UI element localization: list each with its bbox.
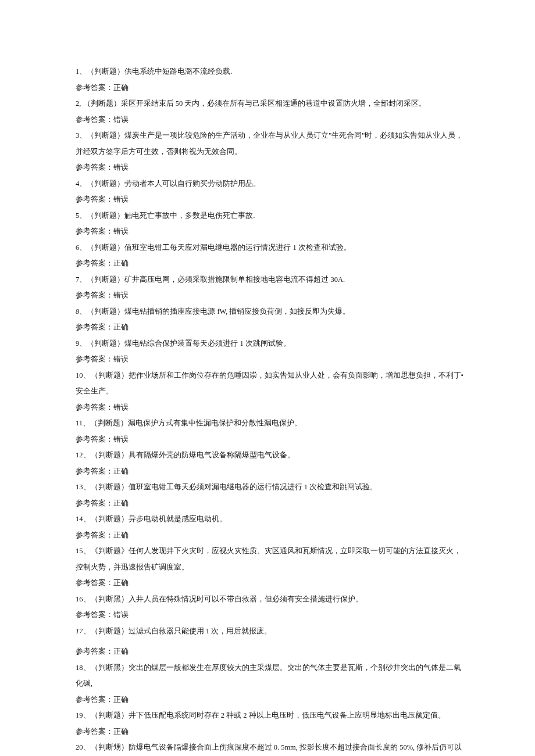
answer-prefix: 参考答案： bbox=[76, 696, 113, 704]
question-number: 14、 bbox=[76, 515, 91, 523]
question-type-label: （判断题） bbox=[87, 243, 124, 252]
question-item: 1、（判断题）供电系统中短路电潞不流经负载. bbox=[76, 64, 468, 80]
answer-line: 参考答案：正确 bbox=[76, 575, 468, 592]
answer-line: 参考答案：错误 bbox=[76, 160, 468, 176]
answer-prefix: 参考答案： bbox=[76, 728, 113, 736]
question-text: 突出的煤层一般都发生在厚度较大的主采煤层。突出的气体主要是瓦斯，个别砂井突出的气… bbox=[76, 664, 461, 688]
question-item: 19、（判断题）井下低压配电系统同时存在 2 种或 2 种以上电压时，低压电气设… bbox=[76, 708, 468, 724]
question-number: 9、 bbox=[76, 339, 87, 347]
answer-line: 参考答案：正确 bbox=[76, 464, 468, 480]
question-text: 矿井高压电网，必须采取措施限制单相接地电容电流不得超过 30A. bbox=[124, 275, 345, 284]
question-text: 任何人发现井下火灾时，应视火灾性质、灾区通风和瓦斯情况，立即采取一切可能的方法直… bbox=[129, 547, 461, 555]
answer-line: 参考答案：错误 bbox=[76, 400, 468, 416]
question-type-label: （判断题） bbox=[91, 371, 129, 379]
answer-prefix: 参考答案： bbox=[76, 291, 113, 299]
question-type-label: （判断题） bbox=[91, 451, 129, 459]
question-item: 15、《判断题》任何人发现井下火灾时，应视火灾性质、灾区通风和瓦斯情况，立即采取… bbox=[76, 543, 468, 560]
answer-prefix: 参考答案： bbox=[76, 227, 113, 235]
answer-value: 正确 bbox=[113, 84, 129, 92]
question-number: 4、 bbox=[76, 180, 87, 188]
answer-line: 参考答案：错误 bbox=[76, 288, 468, 304]
answer-prefix: 参考答案： bbox=[76, 259, 113, 267]
answer-line: 参考答案：错误 bbox=[76, 224, 468, 240]
question-text: 防爆电气设备隔爆接合面上伤痕深度不超过 0. 5mm, 投影长度不超过接合面长度… bbox=[76, 743, 462, 756]
question-text: 煤电钻插销的插座应接电源 fW, 插销应接负荷侧，如接反即为失爆。 bbox=[124, 307, 350, 316]
question-type-label: （判断题） bbox=[87, 212, 124, 220]
question-number: 19、 bbox=[76, 711, 91, 719]
answer-value: 错误 bbox=[113, 435, 129, 443]
answer-line: 参考答案：正确 bbox=[76, 644, 468, 660]
answer-value: 正确 bbox=[113, 467, 129, 475]
answer-value: 错误 bbox=[113, 291, 129, 299]
question-text-continued: 控制火势，并迅速报告矿调度室。 bbox=[76, 560, 468, 576]
answer-value: 错误 bbox=[113, 355, 129, 363]
question-number: 20、 bbox=[76, 743, 91, 751]
question-number: 15、 bbox=[76, 547, 91, 555]
question-type-label: 《判断题》 bbox=[91, 547, 129, 555]
question-number: 1、 bbox=[76, 67, 87, 76]
question-item: 4、（判断题）劳动者本人可以自行购买劳动防护用品。 bbox=[76, 176, 468, 192]
question-type-label: （判断题） bbox=[83, 99, 121, 108]
answer-value: 正确 bbox=[113, 259, 129, 267]
question-number: 11、 bbox=[76, 419, 90, 427]
question-text: 触电死亡事故中，多数是电伤死亡事故. bbox=[124, 212, 255, 220]
answer-value: 正确 bbox=[113, 728, 129, 736]
question-item: 3、（判断题）煤炭生产是一项比较危险的生产活动，企业在与从业人员订立"生死合同"… bbox=[76, 128, 468, 160]
question-number: 18、 bbox=[76, 664, 91, 672]
question-text: 入井人员在特殊情况时可以不带自救器，但必须有安全措施进行保护。 bbox=[129, 595, 363, 603]
answer-value: 正确 bbox=[113, 531, 129, 539]
answer-prefix: 参考答案： bbox=[76, 579, 113, 587]
question-text: 煤炭生产是一项比较危险的生产活动，企业在与从业人员订立"生死合同"时，必须如实告… bbox=[76, 131, 463, 156]
answer-line: 参考答案：错误 bbox=[76, 112, 468, 128]
question-text: 把作业场所和工作岗位存在的危唾因崇，如实告知从业人处，会有负面影响，增加思想负担… bbox=[76, 371, 463, 396]
document-page: 1、（判断题）供电系统中短路电潞不流经负载.参考答案：正确2, （判断题）采区开… bbox=[0, 0, 535, 756]
answer-line: 参考答案：正确 bbox=[76, 724, 468, 740]
question-type-label: （判断题） bbox=[87, 339, 124, 347]
answer-prefix: 参考答案： bbox=[76, 403, 113, 411]
question-number: 7、 bbox=[76, 275, 87, 284]
question-type-label: （判断甥） bbox=[91, 743, 129, 751]
answer-value: 错误 bbox=[113, 403, 129, 411]
answer-value: 正确 bbox=[113, 696, 129, 704]
question-number: 3、 bbox=[76, 131, 87, 139]
answer-prefix: 参考答案： bbox=[76, 323, 113, 331]
question-type-label: （判断题） bbox=[87, 275, 124, 284]
answer-prefix: 参考答案： bbox=[76, 611, 113, 619]
question-text: 供电系统中短路电潞不流经负载. bbox=[124, 67, 232, 76]
question-text: 漏电保护方式有集中性漏电保护和分散性漏电保护。 bbox=[128, 419, 302, 427]
answer-value: 正确 bbox=[113, 647, 129, 655]
question-item: 20、（判断甥）防爆电气设备隔爆接合面上伤痕深度不超过 0. 5mm, 投影长度… bbox=[76, 740, 468, 756]
question-type-label: （判断题） bbox=[87, 307, 124, 316]
answer-prefix: 参考答案： bbox=[76, 531, 113, 539]
answer-prefix: 参考答案： bbox=[76, 467, 113, 475]
question-text: 值班室电钳工每天必须对漏电继电器的运行情况进行 1 次检查和跳闸试验。 bbox=[129, 483, 378, 491]
answer-value: 错误 bbox=[113, 195, 129, 203]
answer-value: 正确 bbox=[113, 579, 129, 587]
question-item: 12、（判断题）具有隔爆外壳的防爆电气设备称隔爆型电气设备。 bbox=[76, 447, 468, 464]
question-type-label: （判断黑） bbox=[91, 664, 129, 672]
question-number: 8、 bbox=[76, 307, 87, 316]
answer-line: 参考答案：正确 bbox=[76, 256, 468, 272]
question-item: 16、（判断黑）入井人员在特殊情况时可以不带自救器，但必须有安全措施进行保护。 bbox=[76, 592, 468, 608]
question-item: 14、（判断题）异步电动机就是感应电动机。 bbox=[76, 511, 468, 528]
answer-line: 参考答案：正确 bbox=[76, 528, 468, 544]
question-item: 17、（判断题）过滤式自救器只能使用 1 次，用后就报废。 bbox=[76, 624, 468, 640]
question-type-label: （判断题） bbox=[87, 131, 124, 139]
answer-line: 参考答案：正确 bbox=[76, 692, 468, 708]
question-type-label: （判断题） bbox=[91, 711, 129, 719]
question-number: 2, bbox=[76, 99, 83, 108]
question-text: 采区开采结束后 50 天内，必须在所有与己采区相连通的巷道中设置防火墙，全部封闭… bbox=[121, 99, 427, 108]
question-text: 井下低压配电系统同时存在 2 种或 2 种以上电压时，低压电气设备上应明显地标出… bbox=[129, 711, 445, 719]
question-type-label: （判断题） bbox=[87, 67, 124, 76]
question-item: 11、（判断题）漏电保护方式有集中性漏电保护和分散性漏电保护。 bbox=[76, 415, 468, 432]
answer-prefix: 参考答案： bbox=[76, 647, 113, 655]
answer-line: 参考答案：错误 bbox=[76, 192, 468, 208]
answer-prefix: 参考答案： bbox=[76, 84, 113, 92]
answer-value: 错误 bbox=[113, 116, 129, 124]
answer-line: 参考答案：错误 bbox=[76, 432, 468, 448]
answer-prefix: 参考答案： bbox=[76, 435, 113, 443]
answer-prefix: 参考答案： bbox=[76, 116, 113, 124]
question-item: 7、（判断题）矿井高压电网，必须采取措施限制单相接地电容电流不得超过 30A. bbox=[76, 272, 468, 288]
question-item: 18、（判断黑）突出的煤层一般都发生在厚度较大的主采煤层。突出的气体主要是瓦斯，… bbox=[76, 660, 468, 692]
answer-value: 错误 bbox=[113, 227, 129, 235]
